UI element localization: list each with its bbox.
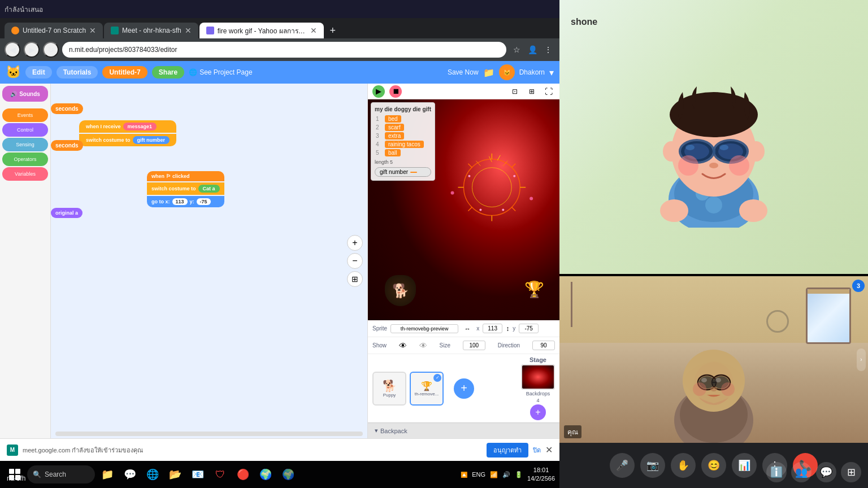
sprite-list: 🐕 Puppy 🏆 th-remove... ✓ +	[372, 356, 521, 420]
chat-button[interactable]: 💬	[816, 462, 836, 482]
sensing-block-cat[interactable]: Sensing	[2, 138, 48, 151]
taskbar-mail[interactable]: 📧	[188, 464, 208, 485]
user-name[interactable]: Dhakorn	[519, 68, 545, 76]
meet-dismiss-button[interactable]: ปิด	[533, 445, 541, 455]
activities-button[interactable]: ⊞	[841, 462, 861, 482]
code-area[interactable]: seconds when I receive message1 switch c…	[51, 84, 367, 438]
zoom-fit-button[interactable]: ⊞	[347, 271, 363, 287]
emoji-button[interactable]: 😊	[701, 453, 726, 478]
video-panel-bottom: คุณ 3 ›	[559, 276, 868, 443]
info-button[interactable]: ℹ️	[766, 462, 787, 482]
room-bg: คุณ 3 ›	[559, 276, 868, 443]
taskbar-chrome[interactable]: 🌍	[255, 464, 276, 485]
browser-area: กำลังนำเสนอ Untitled-7 on Scratch ✕ Meet…	[0, 0, 559, 488]
taskbar-search[interactable]: 🔍 Search	[27, 465, 95, 483]
share-button[interactable]: Share	[152, 66, 184, 79]
tab-scratch[interactable]: Untitled-7 on Scratch ✕	[5, 23, 103, 38]
seconds-block-2[interactable]: seconds	[51, 140, 83, 151]
taskbar-file-explorer[interactable]: 📁	[97, 464, 118, 485]
participant-label-bottom: คุณ	[564, 425, 581, 438]
events-block-cat[interactable]: Events	[2, 108, 48, 122]
taskbar-messenger[interactable]: 💬	[120, 464, 140, 485]
taskbar-folder[interactable]: 📂	[165, 464, 185, 485]
see-project-button[interactable]: 🌐 See Project Page	[189, 68, 252, 76]
user-dropdown[interactable]: ▾	[549, 67, 554, 78]
bookmark-icon[interactable]: ☆	[510, 43, 523, 56]
tab-yahoo[interactable]: fire work gif - Yahoo ผลการค้นหาร... ✕	[199, 23, 324, 38]
sounds-tab[interactable]: 🔊 Sounds	[2, 86, 48, 102]
people-button[interactable]: 👥	[791, 462, 811, 482]
show-icon-1[interactable]: 👁	[399, 341, 407, 350]
stage-thumbnail[interactable]	[521, 364, 555, 390]
zoom-in-button[interactable]: +	[347, 235, 363, 251]
stage-medium-button[interactable]: ⊞	[526, 85, 538, 98]
sprite-item-puppy[interactable]: 🐕 Puppy	[372, 372, 406, 406]
svg-point-39	[709, 163, 718, 168]
direction-value[interactable]: 90	[532, 341, 555, 350]
people-count-badge: 3	[852, 280, 865, 292]
sys-up-arrow[interactable]: 🔼	[461, 472, 467, 478]
original-block[interactable]: original a	[51, 208, 83, 218]
when-flag-block[interactable]: when 🏳 clicked	[147, 171, 224, 181]
scratch-favicon	[11, 27, 19, 34]
size-value[interactable]: 100	[463, 341, 485, 350]
tab-meet-close[interactable]: ✕	[185, 26, 192, 35]
switch-costume-block-2[interactable]: switch costume to Cat a	[147, 182, 224, 195]
taskbar-edge[interactable]: 🌐	[142, 464, 163, 485]
folder-icon[interactable]: 📁	[483, 67, 494, 78]
tab-scratch-close[interactable]: ✕	[89, 26, 96, 35]
meet-notification-close[interactable]: ✕	[545, 445, 553, 455]
horizontal-scrollbar[interactable]	[55, 432, 363, 436]
stage-small-button[interactable]: ⊡	[509, 85, 521, 98]
tab-meet[interactable]: Meet - ohr-hkna-sfh ✕	[104, 23, 198, 38]
address-bar[interactable]: n.mit.edu/projects/803784033/editor	[62, 42, 506, 58]
present-button[interactable]: 📊	[732, 453, 757, 478]
new-tab-button[interactable]: +	[325, 23, 341, 38]
side-panel-expand[interactable]: ›	[857, 348, 866, 371]
taskbar-opera[interactable]: 🔴	[233, 464, 253, 485]
network-icon: 📶	[490, 471, 498, 478]
meet-join-button[interactable]: อนุญาตทำ	[487, 443, 528, 457]
block-group-5: original a	[51, 208, 83, 219]
save-now-button[interactable]: Save Now	[448, 68, 479, 76]
control-block-cat[interactable]: Control	[2, 123, 48, 137]
stage-fullscreen-button[interactable]: ⛶	[542, 85, 555, 98]
when-receive-block[interactable]: when I receive message1	[79, 120, 176, 133]
mic-button[interactable]: 🎤	[610, 453, 635, 478]
refresh-button[interactable]: ↻	[43, 42, 59, 58]
add-sprite-area: +	[447, 372, 481, 406]
taskbar-chrome2[interactable]: 🌍	[278, 464, 298, 485]
menu-icon[interactable]: ⋮	[541, 43, 555, 56]
title-bar: กำลังนำเสนอ	[0, 0, 559, 18]
show-icon-2[interactable]: 👁	[419, 341, 427, 350]
tutorials-button[interactable]: Tutorials	[57, 66, 98, 79]
meet-notification-text: meet.google.com กำลังขอให้เข้าร่วมของคุณ	[23, 445, 482, 455]
forward-button[interactable]: ▶	[24, 42, 40, 58]
stop-button[interactable]: ⏹	[389, 85, 402, 98]
profile-icon[interactable]: 👤	[526, 43, 539, 56]
shone-text: shone	[571, 17, 597, 27]
variables-block-cat[interactable]: Variables	[2, 167, 48, 181]
add-sprite-button[interactable]: +	[454, 378, 474, 399]
camera-button[interactable]: 📷	[640, 453, 665, 478]
taskbar-malware[interactable]: 🛡	[210, 464, 231, 485]
sprite-x-value[interactable]: 113	[483, 324, 502, 333]
edit-button[interactable]: Edit	[25, 66, 52, 79]
hand-button[interactable]: ✋	[671, 453, 696, 478]
scratch-logo: 🐱	[6, 65, 21, 80]
sprite-item-thremovebg[interactable]: 🏆 th-remove... ✓	[410, 372, 444, 406]
add-backdrop-button[interactable]: +	[530, 404, 546, 420]
sprite-name-value[interactable]: th-removebg-preview	[390, 324, 458, 333]
tab-yahoo-close[interactable]: ✕	[310, 26, 317, 35]
operators-block-cat[interactable]: Operators	[2, 152, 48, 166]
svg-point-29	[748, 141, 765, 162]
volume-icon[interactable]: 🔊	[502, 471, 510, 478]
backpack-bar[interactable]: ▾ Backpack	[368, 422, 559, 438]
sprite-y-value[interactable]: -75	[519, 324, 539, 333]
back-button[interactable]: ◀	[5, 42, 20, 58]
go-to-block[interactable]: go to x: 113 y: -75	[147, 196, 224, 207]
seconds-block-1[interactable]: seconds	[51, 103, 83, 114]
zoom-out-button[interactable]: −	[347, 253, 363, 269]
switch-costume-block-1[interactable]: switch costume to gift number	[79, 134, 176, 146]
green-flag-button[interactable]: ▶	[372, 85, 385, 98]
